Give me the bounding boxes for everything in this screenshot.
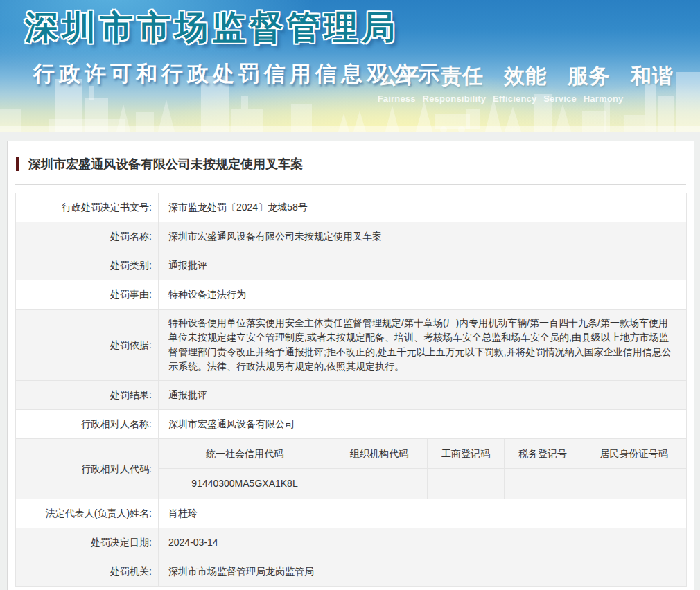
field-value: 通报批评	[159, 381, 687, 410]
field-label: 处罚事由:	[16, 280, 159, 310]
field-label: 处罚结果:	[16, 381, 159, 410]
site-banner: 深圳市市场监督管理局 行政许可和行政处罚信用信息双公示 公平 责任 效能 服务 …	[0, 0, 700, 132]
table-row-party-codes: 行政相对人代码: 统一社会信用代码 组织机构代码 工商登记码 税务登记号 居民身…	[16, 439, 687, 499]
field-label: 行政相对人代码:	[16, 439, 159, 499]
field-value: 肖桂玲	[159, 499, 687, 528]
field-value: 深圳市宏盛通风设备有限公司未按规定使用叉车案	[159, 222, 687, 251]
table-row: 处罚事由: 特种设备违法行为	[16, 280, 687, 310]
field-label: 处罚机关:	[16, 557, 159, 587]
table-row: 处罚名称: 深圳市宏盛通风设备有限公司未按规定使用叉车案	[16, 222, 687, 251]
code-value-cell	[504, 469, 581, 499]
field-value: 深圳市市场监督管理局龙岗监管局	[159, 557, 687, 587]
table-row: 行政处罚决定书文号: 深市监龙处罚〔2024〕龙城58号	[16, 193, 687, 222]
field-label: 行政处罚决定书文号:	[16, 193, 159, 222]
field-value: 2024-03-14	[159, 528, 687, 557]
code-header-cell: 统一社会信用代码	[159, 439, 331, 469]
code-value-cell: 91440300MA5GXA1K8L	[159, 469, 331, 499]
table-row-penalty-basis: 处罚依据: 特种设备使用单位落实使用安全主体责任监督管理规定/第十章场(厂)内专…	[16, 310, 687, 381]
code-header-cell: 居民身份证号码	[581, 439, 686, 469]
code-header-cell: 组织机构代码	[331, 439, 427, 469]
penalty-info-table: 行政处罚决定书文号: 深市监龙处罚〔2024〕龙城58号 处罚名称: 深圳市宏盛…	[15, 193, 687, 587]
title-marker-bar	[16, 157, 19, 171]
table-row: 行政相对人名称: 深圳市宏盛通风设备有限公司	[16, 410, 687, 439]
field-value: 通报批评	[159, 251, 687, 280]
field-value: 深圳市宏盛通风设备有限公司	[159, 410, 687, 439]
code-header-cell: 工商登记码	[427, 439, 504, 469]
table-row: 法定代表人(负责人)姓名: 肖桂玲	[16, 499, 687, 528]
field-value: 深市监龙处罚〔2024〕龙城58号	[159, 193, 687, 222]
table-row: 处罚结果: 通报批评	[16, 381, 687, 410]
table-row: 处罚机关: 深圳市市场监督管理局龙岗监管局	[16, 557, 687, 587]
content-card: 深圳市宏盛通风设备有限公司未按规定使用叉车案 行政处罚决定书文号: 深市监龙处罚…	[7, 141, 694, 590]
field-label: 处罚决定日期:	[16, 528, 159, 557]
code-value-cell	[581, 469, 686, 499]
field-label: 法定代表人(负责人)姓名:	[16, 499, 159, 528]
banner-slogan: 公平 责任 效能 服务 和谐 Fairness Responsibility E…	[378, 62, 674, 104]
field-value: 特种设备使用单位落实使用安全主体责任监督管理规定/第十章场(厂)内专用机动车辆/…	[159, 310, 687, 381]
code-value-cell	[427, 469, 504, 499]
field-value: 特种设备违法行为	[159, 280, 687, 310]
field-label: 处罚类别:	[16, 251, 159, 280]
title-divider	[15, 184, 686, 185]
site-title: 深圳市市场监督管理局	[25, 6, 399, 50]
field-label: 行政相对人名称:	[16, 410, 159, 439]
slogan-english: Fairness Responsibility Efficiency Servi…	[378, 93, 674, 104]
case-title-block: 深圳市宏盛通风设备有限公司未按规定使用叉车案	[8, 141, 694, 184]
table-row: 处罚类别: 通报批评	[16, 251, 687, 280]
slogan-chinese: 公平 责任 效能 服务 和谐	[378, 62, 674, 91]
field-label: 处罚依据:	[16, 310, 159, 381]
party-codes-subtable: 统一社会信用代码 组织机构代码 工商登记码 税务登记号 居民身份证号码 9144…	[159, 439, 687, 499]
code-value-cell	[331, 469, 427, 499]
table-row: 处罚决定日期: 2024-03-14	[16, 528, 687, 557]
code-header-cell: 税务登记号	[504, 439, 581, 469]
field-label: 处罚名称:	[16, 222, 159, 251]
case-title: 深圳市宏盛通风设备有限公司未按规定使用叉车案	[28, 156, 303, 172]
